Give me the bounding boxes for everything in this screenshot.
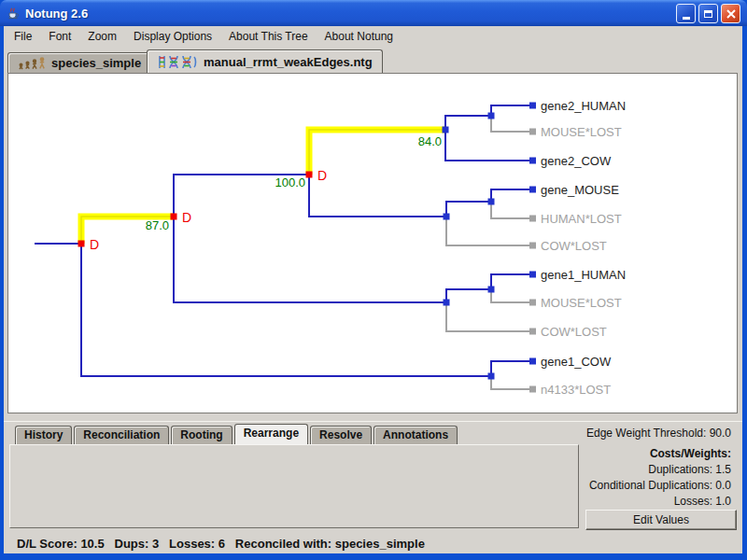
- leaf-node[interactable]: [529, 158, 536, 164]
- duplication-label: D: [317, 168, 327, 183]
- weak-edge-core: [81, 130, 445, 244]
- duplication-node[interactable]: [306, 172, 313, 178]
- gene-tree: D D D 84.0 100.0 87.0 gene2_HUMAN MOUSE*…: [8, 74, 737, 413]
- tree-view-panel[interactable]: D D D 84.0 100.0 87.0 gene2_HUMAN MOUSE*…: [7, 73, 738, 413]
- bottom-panel-edge: [4, 421, 742, 422]
- conditional-duplications-cost: Conditional Duplications: 0.0: [589, 479, 731, 492]
- tab-manual-rrmt-weakedges[interactable]: manual_rrmt_weakEdges.ntg: [147, 49, 383, 73]
- duplication-node[interactable]: [171, 214, 177, 220]
- weak-edge-highlight[interactable]: [81, 130, 445, 244]
- leaf-label: gene2_HUMAN: [541, 99, 626, 113]
- evolution-icon: [18, 56, 46, 70]
- internal-node[interactable]: [444, 300, 450, 306]
- edge-weight-label: 87.0: [146, 218, 169, 232]
- minimize-icon: [683, 17, 690, 20]
- edge-weight-label: 84.0: [418, 134, 442, 148]
- lost-leaf-node[interactable]: [529, 243, 536, 249]
- java-cup-icon: [6, 6, 21, 21]
- tree-edges: [35, 105, 529, 376]
- internal-node[interactable]: [444, 214, 450, 220]
- edit-values-button[interactable]: Edit Values: [585, 510, 737, 530]
- leaf-label: COW*LOST: [541, 325, 607, 339]
- leaf-label: MOUSE*LOST: [541, 296, 622, 310]
- close-icon: [726, 9, 736, 19]
- minimize-button[interactable]: [676, 4, 696, 23]
- duplication-node[interactable]: [78, 241, 85, 247]
- close-button[interactable]: [721, 4, 740, 23]
- duplication-label: D: [90, 237, 99, 252]
- internal-node[interactable]: [488, 287, 495, 293]
- leaf-node[interactable]: [529, 272, 536, 278]
- leaf-label: HUMAN*LOST: [541, 212, 622, 226]
- lost-leaf-node[interactable]: [529, 129, 536, 135]
- tab-label: species_simple: [51, 56, 141, 70]
- menu-file[interactable]: File: [6, 26, 40, 47]
- rearrange-panel: [9, 444, 579, 528]
- leaf-node[interactable]: [529, 187, 536, 193]
- menu-about-this-tree[interactable]: About This Tree: [220, 26, 317, 47]
- internal-node[interactable]: [488, 199, 495, 205]
- menu-display-options[interactable]: Display Options: [125, 26, 220, 47]
- leaf-node[interactable]: [529, 358, 536, 365]
- edge-weight-label: 100.0: [275, 175, 305, 189]
- losses-cost: Losses: 1.0: [674, 495, 731, 508]
- menu-font[interactable]: Font: [40, 26, 79, 47]
- maximize-icon: [704, 10, 712, 18]
- leaf-label: gene_MOUSE: [541, 183, 619, 197]
- lost-leaf-node[interactable]: [529, 329, 536, 335]
- tab-species-simple[interactable]: species_simple: [7, 52, 151, 73]
- leaf-label: MOUSE*LOST: [541, 125, 622, 139]
- duplication-label: D: [182, 210, 191, 225]
- lost-leaf-node[interactable]: [529, 386, 536, 393]
- duplications-cost: Duplications: 1.5: [648, 463, 731, 476]
- costs-weights-header: Costs/Weights:: [650, 447, 731, 460]
- tab-annotations[interactable]: Annotations: [374, 426, 458, 444]
- leaf-label: gene1_HUMAN: [541, 268, 626, 282]
- tab-rooting[interactable]: Rooting: [171, 426, 232, 444]
- window-title: Notung 2.6: [25, 7, 88, 21]
- tab-history[interactable]: History: [15, 426, 72, 444]
- title-bar[interactable]: Notung 2.6: [0, 0, 747, 26]
- tool-tab-bar: History Reconciliation Rooting Rearrange…: [15, 424, 459, 444]
- lost-edges: [446, 116, 529, 389]
- internal-node[interactable]: [488, 373, 495, 380]
- maximize-button[interactable]: [698, 4, 718, 23]
- status-bar: D/L Score: 10.5 Dups: 3 Losses: 6 Reconc…: [4, 532, 742, 553]
- dna-icon: [157, 54, 198, 70]
- leaf-node[interactable]: [529, 103, 536, 109]
- leaf-label: gene2_COW: [541, 154, 612, 168]
- window-content: File Font Zoom Display Options About Thi…: [4, 26, 742, 553]
- tab-resolve[interactable]: Resolve: [310, 426, 372, 444]
- menu-zoom[interactable]: Zoom: [79, 26, 125, 47]
- lost-leaf-node[interactable]: [529, 216, 536, 222]
- tab-label: manual_rrmt_weakEdges.ntg: [204, 55, 373, 69]
- menu-about-notung[interactable]: About Notung: [317, 26, 402, 47]
- leaf-label: gene1_COW: [541, 355, 612, 369]
- leaf-label: n4133*LOST: [541, 383, 611, 397]
- lost-leaf-node[interactable]: [529, 300, 536, 306]
- internal-node[interactable]: [443, 127, 449, 133]
- tab-reconciliation[interactable]: Reconciliation: [74, 426, 169, 444]
- leaf-label: COW*LOST: [541, 239, 607, 253]
- window-controls: [676, 4, 740, 23]
- tab-rearrange[interactable]: Rearrange: [234, 424, 308, 444]
- edge-weight-threshold: Edge Weight Threshold: 90.0: [586, 427, 731, 440]
- internal-node[interactable]: [488, 113, 495, 119]
- app-window: Notung 2.6 File Font Zoom Display Option…: [0, 0, 747, 560]
- menu-bar: File Font Zoom Display Options About Thi…: [4, 26, 744, 47]
